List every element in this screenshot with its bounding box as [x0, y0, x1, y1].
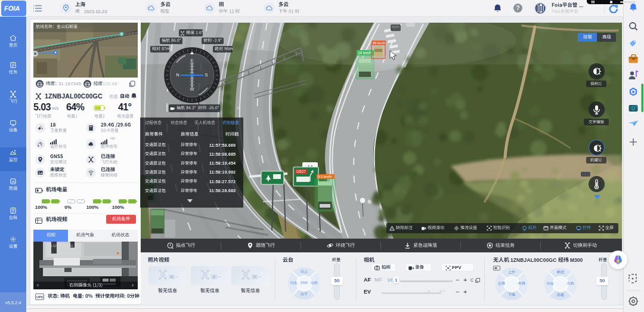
svg-text:2023-10-23 11:58:33: 2023-10-23 11:58:33	[45, 244, 73, 248]
svg-text:N: N	[176, 72, 179, 78]
svg-text:FOIA: FOIA	[4, 5, 20, 12]
svg-text:0.1 km/h: 0.1 km/h	[318, 175, 332, 178]
svg-text:S: S	[205, 72, 208, 78]
svg-text:?: ?	[516, 5, 519, 11]
svg-text:G527: G527	[296, 169, 306, 174]
